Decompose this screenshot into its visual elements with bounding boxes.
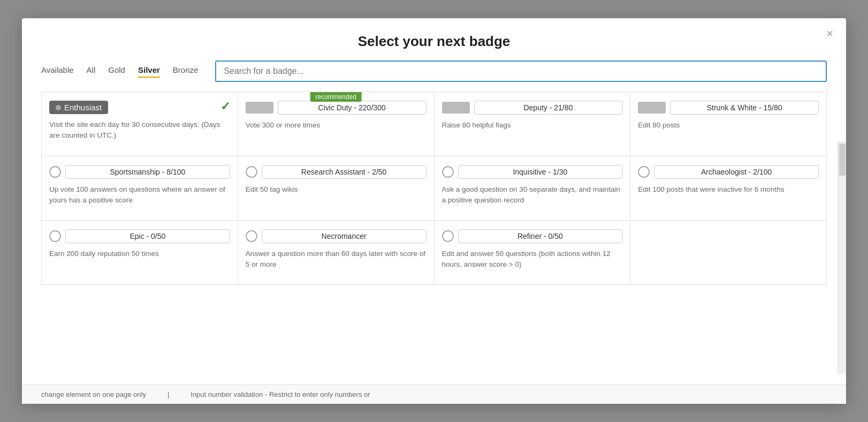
badge-desc-research: Edit 50 tag wikis [246, 184, 427, 195]
badge-cell-sportsmanship[interactable]: Sportsmanship - 8/100 Up vote 100 answer… [42, 156, 238, 221]
search-input[interactable] [215, 61, 827, 82]
badge-selection-modal: Select your next badge × Available All G… [22, 18, 846, 404]
archaeologist-title: Archaeologist - 2/100 [654, 165, 819, 179]
badge-title-row: Refiner - 0/50 [442, 229, 623, 243]
inquisitive-icon [442, 166, 454, 178]
epic-icon [49, 230, 61, 242]
badge-cell-strunk-white[interactable]: Strunk & White - 15/80 Edit 80 posts [630, 92, 827, 156]
badge-title-row: Research Assistant - 2/50 [246, 165, 427, 179]
necromancer-icon [246, 230, 257, 242]
badge-cell-refiner[interactable]: Refiner - 0/50 Edit and answer 50 questi… [435, 221, 631, 285]
badge-cell-research-assistant[interactable]: Research Assistant - 2/50 Edit 50 tag wi… [238, 156, 435, 221]
badge-desc-enthusiast: Visit the site each day for 30 consecuti… [49, 119, 230, 140]
badge-cell-enthusiast[interactable]: Enthusiast ✓ Visit the site each day for… [42, 92, 238, 156]
tab-gold[interactable]: Gold [108, 65, 125, 78]
badge-title-row: Sportsmanship - 8/100 [49, 165, 230, 179]
badge-desc-refiner: Edit and answer 50 questions (both actio… [442, 248, 623, 269]
badge-cell-deputy[interactable]: Deputy - 21/80 Raise 80 helpful flags [435, 92, 631, 156]
sportsmanship-icon [49, 166, 61, 178]
civic-duty-icon [246, 102, 273, 114]
research-title: Research Assistant - 2/50 [262, 165, 427, 179]
modal-title: Select your next badge [358, 33, 511, 49]
close-button[interactable]: × [826, 28, 833, 40]
modal-body: Available All Gold Silver Bronze Enthusi… [22, 50, 846, 296]
deputy-title: Deputy - 21/80 [474, 101, 623, 115]
badge-desc-inquisitive: Ask a good question on 30 separate days,… [442, 184, 623, 205]
badge-desc-epic: Earn 200 daily reputation 50 times [49, 248, 230, 259]
badge-desc-necromancer: Answer a question more than 60 days late… [246, 248, 427, 269]
refiner-icon [442, 230, 454, 242]
badge-title-row: Civic Duty - 220/300 [246, 101, 427, 115]
bottom-right-text: Input number validation - Restrict to en… [191, 390, 370, 398]
badge-title-row: Necromancer [246, 229, 427, 243]
strunk-icon [638, 102, 666, 114]
badge-title-row: Enthusiast [49, 101, 230, 114]
badge-desc-civic-duty: Vote 300 or more times [246, 120, 427, 131]
badge-title-row: Deputy - 21/80 [442, 101, 623, 115]
inquisitive-title: Inquisitive - 1/30 [458, 165, 623, 179]
refiner-title: Refiner - 0/50 [458, 229, 623, 243]
badge-desc-deputy: Raise 80 helpful flags [442, 120, 623, 131]
tab-bronze[interactable]: Bronze [173, 65, 199, 78]
research-icon [246, 166, 257, 178]
bottom-bar: change element on one page only | Input … [22, 385, 846, 404]
recommended-tag: recommended [310, 92, 362, 102]
enthusiast-badge-label: Enthusiast [49, 101, 108, 114]
modal-backdrop: Select your next badge × Available All G… [0, 0, 868, 422]
badge-cell-civic-duty[interactable]: recommended Civic Duty - 220/300 Vote 30… [238, 92, 435, 156]
civic-duty-title: Civic Duty - 220/300 [278, 101, 427, 115]
tab-all[interactable]: All [87, 65, 96, 78]
badge-cell-epic[interactable]: Epic - 0/50 Earn 200 daily reputation 50… [42, 221, 238, 285]
scrollbar[interactable] [837, 141, 846, 374]
badges-grid: Enthusiast ✓ Visit the site each day for… [41, 92, 827, 285]
epic-title: Epic - 0/50 [65, 229, 230, 243]
filter-tabs: Available All Gold Silver Bronze [41, 65, 198, 78]
tab-available[interactable]: Available [41, 65, 74, 78]
bottom-separator: | [167, 390, 169, 398]
strunk-title: Strunk & White - 15/80 [670, 101, 819, 115]
badge-desc-archaeologist: Edit 100 posts that were inactive for 6 … [638, 184, 819, 195]
badge-cell-archaeologist[interactable]: Archaeologist - 2/100 Edit 100 posts tha… [630, 156, 827, 221]
badge-desc-strunk: Edit 80 posts [638, 120, 819, 131]
necromancer-title: Necromancer [262, 229, 427, 243]
badge-desc-sportsmanship: Up vote 100 answers on questions where a… [49, 184, 230, 205]
enthusiast-title: Enthusiast [64, 103, 102, 112]
badge-title-row: Epic - 0/50 [49, 229, 230, 243]
scrollbar-thumb[interactable] [839, 144, 846, 176]
badge-cell-necromancer[interactable]: Necromancer Answer a question more than … [238, 221, 435, 285]
checkmark-icon: ✓ [220, 100, 230, 114]
bottom-left-text: change element on one page only [41, 390, 146, 398]
badge-title-row: Inquisitive - 1/30 [442, 165, 623, 179]
enthusiast-dot-icon [56, 105, 61, 110]
badge-title-row: Strunk & White - 15/80 [638, 101, 819, 115]
modal-header: Select your next badge × [22, 18, 846, 50]
filter-search-row: Available All Gold Silver Bronze [41, 61, 827, 82]
sportsmanship-title: Sportsmanship - 8/100 [65, 165, 230, 179]
badge-cell-empty [630, 221, 827, 285]
badge-cell-inquisitive[interactable]: Inquisitive - 1/30 Ask a good question o… [435, 156, 631, 221]
deputy-icon [442, 102, 470, 114]
badge-title-row: Archaeologist - 2/100 [638, 165, 819, 179]
archaeologist-icon [638, 166, 650, 178]
tab-silver[interactable]: Silver [138, 65, 160, 78]
